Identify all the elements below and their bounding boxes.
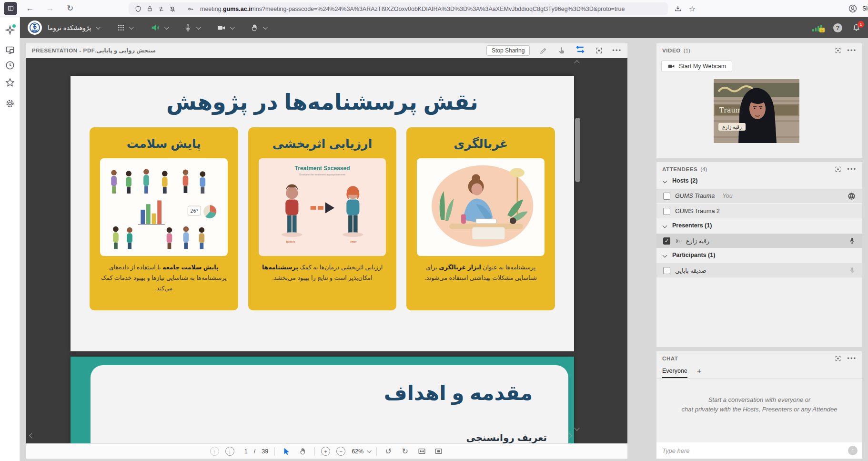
checkbox[interactable] [663,193,670,200]
chevron-down-icon [164,25,169,30]
fullscreen-icon[interactable] [835,47,841,54]
bookmark-star-icon[interactable]: ☆ [685,1,699,16]
grid-menu-icon [117,24,125,31]
presentation-controls: ↑ ↓ 1 / 39 + − 62% ↺ ↻ [26,443,627,459]
raise-hand-button[interactable] [251,24,266,32]
sidebar-toggle-icon[interactable] [4,2,17,15]
stop-sharing-button[interactable]: Stop Sharing [486,45,530,56]
pod-options-icon[interactable]: ••• [847,48,857,53]
forward-button[interactable]: → [43,1,57,16]
pod-options-icon[interactable]: ••• [847,167,857,172]
draw-pencil-icon[interactable] [538,45,548,56]
scroll-down-icon[interactable] [574,425,579,430]
webcam-name-tag: رقیه زارع [718,123,746,131]
pods-menu-button[interactable] [117,24,132,31]
add-chat-tab-icon[interactable]: + [697,367,702,378]
url-text: meeting.gums.ac.ir/ins?meeting-passcode=… [200,6,625,12]
slide-current: نقش پرسشنامه‌ها در پژوهش پایش سلامت [71,76,574,351]
slide-title: نقش پرسشنامه‌ها در پژوهش [71,89,574,115]
zoom-in-button[interactable]: + [321,447,330,456]
microphone-button[interactable] [184,24,200,32]
presentation-pod-header: PRESENTATION - سنجش روایی و پایایی.PDF S… [26,43,627,58]
next-page-button[interactable]: ↓ [225,447,234,456]
ai-sparkle-icon[interactable] [5,25,15,35]
vertical-scrollbar-thumb[interactable] [575,118,580,182]
browser-sidebar [0,17,20,461]
card-illustration-before-after: Treatment Sxceased Evaluate the treatmen… [259,158,386,256]
save-page-icon[interactable] [671,1,685,16]
chat-tab-everyone[interactable]: Everyone [662,368,687,378]
speaker-button[interactable] [151,23,168,32]
checkbox[interactable] [663,208,670,215]
address-bar[interactable]: meeting.gums.ac.ir/ins?meeting-passcode=… [129,2,668,15]
pod-options-icon[interactable]: ••• [847,356,857,361]
checkbox-checked[interactable]: ✓ [663,237,670,245]
camera-button[interactable] [217,23,233,32]
zoom-out-button[interactable]: − [336,447,345,456]
pod-options-icon[interactable]: ••• [612,48,622,53]
permissions-icon[interactable] [155,4,167,14]
rotate-right-button[interactable]: ↻ [400,446,410,457]
shield-icon[interactable] [132,4,144,14]
webcam-video[interactable]: Trauma رقیه زارع [714,79,799,143]
back-button[interactable]: ← [23,1,37,16]
scroll-left-icon[interactable] [29,433,34,438]
page-current[interactable]: 1 [244,448,248,455]
key-icon[interactable] [185,4,196,14]
fit-width-button[interactable] [416,446,427,457]
attendee-row-gums-trauma[interactable]: GUMS Trauma You [656,189,862,203]
video-count: (1) [684,48,690,53]
attendees-pod: ATTENDEES (4) ••• Hosts (2) GUMS Trauma … [656,162,862,347]
attendee-row-participant[interactable]: صدیقه بابایی [656,263,862,277]
attendee-group-presenters[interactable]: Presenters (1) [656,219,862,232]
sync-icon[interactable] [575,45,585,56]
meeting-menu-chevron-icon[interactable] [96,25,101,30]
start-webcam-button[interactable]: Start My Webcam [661,61,732,72]
attendee-group-hosts[interactable]: Hosts (2) [656,174,862,187]
card-title: غربالگری [406,137,555,151]
reload-button[interactable]: ↻ [63,1,77,16]
notifications-bell-icon[interactable]: 1 [852,23,861,32]
browser-signin[interactable]: Sign in [846,0,868,17]
card-description: پرسشنامه‌ها به عنوان ابزار غربالگری برای… [406,263,555,284]
globe-icon[interactable] [848,192,856,200]
zoom-level-dropdown[interactable]: 62% [352,448,370,455]
university-logo [28,20,42,35]
blocked-notifications-icon[interactable] [167,4,178,14]
camera-icon [217,23,226,32]
lock-icon[interactable] [144,4,155,14]
fullscreen-icon[interactable] [594,45,604,56]
attendee-row-gums-trauma-2[interactable]: GUMS Trauma 2 [656,204,862,218]
fullscreen-icon[interactable] [835,355,841,362]
attendee-group-participants[interactable]: Participants (1) [656,249,862,261]
select-cursor-tool[interactable] [281,446,292,457]
secure-lock-icon: 🔒 [819,28,825,32]
previous-page-button[interactable]: ↑ [210,447,219,456]
fit-page-button[interactable] [433,446,444,457]
bookmarks-star-icon[interactable] [5,77,15,88]
slide-inner-panel: مقدمه و اهداف تعریف روانسنجی [91,365,568,443]
presentation-canvas[interactable]: نقش پرسشنامه‌ها در پژوهش پایش سلامت [26,58,627,443]
pointer-icon[interactable] [556,45,567,56]
page-total: 39 [262,448,268,455]
scroll-up-icon[interactable] [574,60,579,65]
microphone-active-icon[interactable] [849,237,856,244]
fullscreen-icon[interactable] [835,166,841,173]
slide-next: مقدمه و اهداف تعریف روانسنجی [71,357,574,443]
help-icon[interactable]: ? [833,23,842,32]
rotate-left-button[interactable]: ↺ [383,446,394,457]
status-dot [12,24,16,28]
screen-share-icon[interactable] [5,45,15,55]
attendee-row-presenter[interactable]: ✓ رقیه زارع [656,234,862,248]
settings-gear-icon[interactable] [5,98,15,109]
history-clock-icon[interactable] [5,60,15,71]
illustration-subtitle: Evaluate the treatment appropriateness [259,173,386,176]
chat-input[interactable] [661,447,848,455]
card-illustration-people-charts: 26° [100,158,228,256]
send-message-icon[interactable]: ↑ [848,446,858,455]
connection-status-icon[interactable]: 🔒 [812,24,824,31]
microphone-muted-icon[interactable] [849,267,856,274]
slide2-subtitle: تعریف روانسنجی [466,432,547,443]
pan-hand-tool[interactable] [298,446,308,457]
checkbox[interactable] [663,267,670,274]
